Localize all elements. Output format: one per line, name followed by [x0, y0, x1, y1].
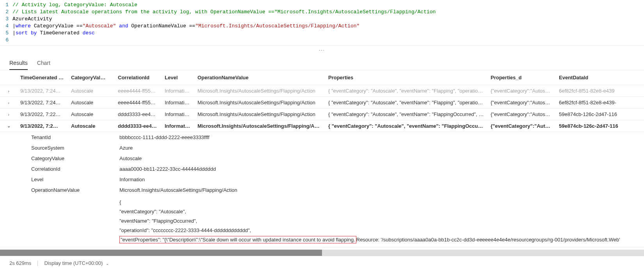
expand-toggle[interactable]: ⌄ [0, 123, 17, 129]
detail-row: OperationNameValueMicrosoft.Insights/Aut… [0, 185, 644, 195]
cell-time: 9/13/2022, 7:22… [17, 111, 68, 117]
cell-eventdataid: 59e874cb-126c-2d47-116 [556, 111, 644, 117]
detail-row: CorrelationIdaaaa0000-bb11-2222-33cc-444… [0, 164, 644, 174]
cell-level: Informati… [162, 88, 194, 94]
cell-level: Informati… [162, 100, 194, 105]
cell-correlation: eeee4444-ff55… [115, 100, 162, 105]
cell-category: Autoscale [68, 123, 115, 129]
query-editor[interactable]: 1// Activity log, CategoryValue: Autosca… [0, 0, 644, 46]
json-line: "operationId": "cccccccc-2222-3333-4444-… [119, 226, 644, 235]
cell-properties: { "eventCategory": "Autoscale", "eventNa… [325, 123, 487, 129]
col-timegenerated[interactable]: TimeGenerated [U… [17, 75, 68, 80]
detail-value: Azure [117, 145, 644, 151]
detail-key: CorrelationId [0, 166, 117, 172]
table-row[interactable]: ›9/13/2022, 7:22…Autoscaledddd3333-ee44…… [0, 109, 644, 120]
cell-operation: Microsoft.Insights/AutoscaleSettings/Fla… [194, 123, 325, 129]
detail-key: OperationNameValue [0, 187, 117, 193]
detail-json-block: { "eventCategory": "Autoscale", "eventNa… [0, 195, 644, 247]
cell-operation: Microsoft.Insights/AutoscaleSettings/Fla… [194, 100, 325, 105]
col-eventdataid[interactable]: EventDataId [556, 75, 644, 80]
expand-toggle[interactable]: › [0, 112, 17, 117]
col-properties[interactable]: Properties [325, 75, 487, 80]
col-correlationid[interactable]: CorrelationId [115, 75, 162, 80]
json-line: "eventName": "FlappingOccurred", [119, 216, 644, 226]
cell-properties-d: {"eventCategory":"Autosca… [487, 100, 556, 105]
col-operationnamevalue[interactable]: OperationNameValue [194, 75, 325, 80]
cell-time: 9/13/2022, 7:24… [17, 100, 68, 105]
json-line: { [119, 198, 644, 207]
detail-value: Information [117, 177, 644, 182]
code-line[interactable] [12, 37, 644, 44]
col-properties-d[interactable]: Properties_d [487, 75, 556, 80]
cell-properties: { "eventCategory": "Autoscale", "eventNa… [325, 88, 487, 94]
cell-correlation: eeee4444-ff55… [115, 88, 162, 94]
detail-key: CategoryValue [0, 155, 117, 161]
cell-eventdataid: 59e874cb-126c-2d47-116 [556, 123, 644, 129]
detail-key: TenantId [0, 134, 117, 140]
cell-time: 9/13/2022, 7:24… [17, 88, 68, 94]
col-categoryvalue[interactable]: CategoryVal… [68, 75, 115, 80]
horizontal-scrollbar[interactable] [0, 250, 644, 256]
line-number: 4 [0, 23, 12, 30]
code-line[interactable]: |where CategoryValue =="Autoscale" and O… [12, 23, 644, 30]
table-row[interactable]: ⌄9/13/2022, 7:2…Autoscaledddd3333-ee44…I… [0, 120, 644, 132]
expand-toggle[interactable]: › [0, 89, 17, 93]
display-time-picker[interactable]: Display time (UTC+00:00) ⌄ [44, 260, 109, 266]
code-line[interactable]: AzureActivity [12, 16, 644, 23]
code-line[interactable]: // Lists latest Autoscale operations fro… [12, 9, 644, 16]
cell-category: Autoscale [68, 111, 115, 117]
cell-level: Informati… [162, 111, 194, 117]
cell-category: Autoscale [68, 88, 115, 94]
separator [37, 261, 38, 266]
line-number: 6 [0, 37, 12, 44]
cell-operation: Microsoft.Insights/AutoscaleSettings/Fla… [194, 111, 325, 117]
cell-properties-d: {"eventCategory":"Autosca… [487, 111, 556, 117]
expanded-detail: TenantIdbbbbcccc-1111-dddd-2222-eeee3333… [0, 132, 644, 247]
cell-eventdataid: 6ef82fcf-8f51-82e8-e439 [556, 88, 644, 94]
detail-value: bbbbcccc-1111-dddd-2222-eeee3333ffff [117, 134, 644, 140]
json-line: "eventCategory": "Autoscale", [119, 207, 644, 216]
detail-value: aaaa0000-bb11-2222-33cc-444444dddddd [117, 166, 644, 172]
json-line-highlighted: "eventProperties": "{\"Description\":\"S… [119, 235, 644, 245]
line-number: 3 [0, 16, 12, 23]
detail-value: Autoscale [117, 155, 644, 161]
results-header-row: TimeGenerated [U… CategoryVal… Correlati… [0, 70, 644, 85]
result-tabs: Results Chart [0, 54, 644, 70]
cell-properties: { "eventCategory": "Autoscale", "eventNa… [325, 111, 487, 117]
cell-properties: { "eventCategory": "Autoscale", "eventNa… [325, 100, 487, 105]
table-row[interactable]: ›9/13/2022, 7:24…Autoscaleeeee4444-ff55…… [0, 85, 644, 97]
line-number: 5 [0, 30, 12, 37]
code-line[interactable]: |sort by TimeGenerated desc [12, 30, 644, 37]
highlight-box: "eventProperties": "{\"Description\":\"S… [119, 236, 356, 243]
cell-eventdataid: 6ef82fcf-8f51-82e8-e439- [556, 100, 644, 105]
detail-row: TenantIdbbbbcccc-1111-dddd-2222-eeee3333… [0, 132, 644, 143]
cell-level: Informat… [162, 123, 194, 129]
line-number: 2 [0, 9, 12, 16]
chevron-down-icon: ⌄ [106, 261, 109, 266]
collapse-handle[interactable]: ··· [0, 46, 644, 54]
cell-category: Autoscale [68, 100, 115, 105]
cell-correlation: dddd3333-ee44… [115, 123, 162, 129]
cell-correlation: dddd3333-ee44… [115, 111, 162, 117]
line-number: 1 [0, 2, 12, 9]
col-level[interactable]: Level [162, 75, 194, 80]
tab-chart[interactable]: Chart [37, 57, 50, 70]
table-row[interactable]: ›9/13/2022, 7:24…Autoscaleeeee4444-ff55…… [0, 97, 644, 109]
results-panel: TimeGenerated [U… CategoryVal… Correlati… [0, 70, 644, 247]
code-line[interactable]: // Activity log, CategoryValue: Autoscal… [12, 2, 644, 9]
cell-properties-d: {"eventCategory":"Autosc… [487, 123, 556, 129]
expand-toggle[interactable]: › [0, 100, 17, 105]
detail-row: SourceSystemAzure [0, 143, 644, 153]
query-duration: 2s 629ms [9, 260, 31, 266]
detail-key: Level [0, 177, 117, 182]
cell-operation: Microsoft.Insights/AutoscaleSettings/Fla… [194, 88, 325, 94]
detail-key: SourceSystem [0, 145, 117, 151]
json-line-tail: Resource: '/subscriptions/aaaa0a0a-bb1b-… [356, 237, 620, 243]
detail-value: Microsoft.Insights/AutoscaleSettings/Fla… [117, 187, 644, 193]
cell-properties-d: {"eventCategory":"Autosca… [487, 88, 556, 94]
cell-time: 9/13/2022, 7:2… [17, 123, 68, 129]
status-bar: 2s 629ms Display time (UTC+00:00) ⌄ [0, 256, 644, 268]
tab-results[interactable]: Results [9, 57, 28, 70]
detail-row: LevelInformation [0, 174, 644, 185]
detail-row: CategoryValueAutoscale [0, 153, 644, 164]
